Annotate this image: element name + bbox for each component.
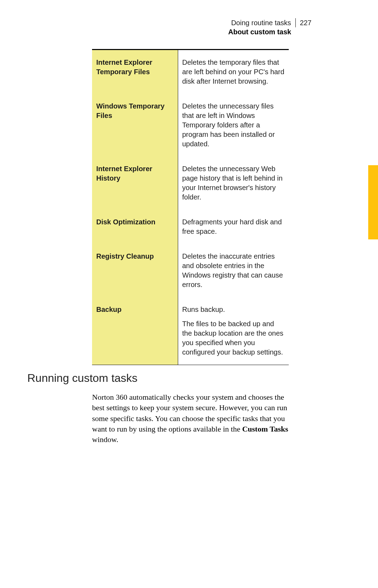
task-label: Internet Explorer Temporary Files [92, 50, 178, 94]
chapter-title: Doing routine tasks [231, 19, 295, 27]
table-row: Backup Runs backup. The files to be back… [92, 297, 289, 365]
body-bold: Custom Tasks [242, 425, 288, 433]
table-row: Disk Optimization Defragments your hard … [92, 210, 289, 244]
task-description: Runs backup. The files to be backed up a… [178, 297, 289, 365]
task-label: Windows Temporary Files [92, 94, 178, 156]
page-number: 227 [299, 19, 312, 27]
task-label: Backup [92, 297, 178, 365]
task-desc-para: Deletes the temporary files that are lef… [182, 58, 286, 86]
task-description: Deletes the inaccurate entries and obsol… [178, 244, 289, 297]
page-header: Doing routine tasks 227 About custom tas… [228, 18, 312, 36]
task-label: Registry Cleanup [92, 244, 178, 297]
body-suffix: window. [92, 435, 118, 444]
task-description: Defragments your hard disk and free spac… [178, 210, 289, 244]
section-body: Norton 360 automatically checks your sys… [92, 392, 289, 445]
task-label: Internet Explorer History [92, 156, 178, 210]
task-desc-para: Deletes the unnecessary files that are l… [182, 102, 286, 149]
task-desc-para: The files to be backed up and the backup… [182, 319, 286, 357]
task-desc-para: Defragments your hard disk and free spac… [182, 217, 286, 236]
task-label: Disk Optimization [92, 210, 178, 244]
task-desc-para: Runs backup. [182, 305, 286, 314]
header-subtitle: About custom task [228, 28, 312, 36]
task-description: Deletes the unnecessary Web page history… [178, 156, 289, 210]
task-description: Deletes the unnecessary files that are l… [178, 94, 289, 156]
task-description: Deletes the temporary files that are lef… [178, 50, 289, 94]
section-heading: Running custom tasks [27, 372, 138, 385]
header-divider [295, 18, 296, 27]
task-table-container: Internet Explorer Temporary Files Delete… [92, 49, 289, 365]
task-desc-para: Deletes the inaccurate entries and obsol… [182, 252, 286, 289]
table-row: Internet Explorer Temporary Files Delete… [92, 50, 289, 94]
task-desc-para: Deletes the unnecessary Web page history… [182, 164, 286, 202]
table-row: Internet Explorer History Deletes the un… [92, 156, 289, 210]
page-edge-tab [368, 165, 378, 239]
table-row: Registry Cleanup Deletes the inaccurate … [92, 244, 289, 297]
table-row: Windows Temporary Files Deletes the unne… [92, 94, 289, 156]
header-line-1: Doing routine tasks 227 [228, 18, 312, 27]
task-table: Internet Explorer Temporary Files Delete… [92, 49, 289, 365]
